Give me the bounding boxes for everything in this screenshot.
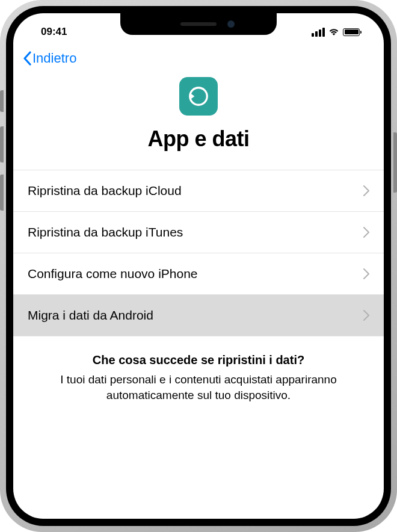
status-time: 09:41: [41, 26, 67, 37]
chevron-right-icon: [363, 310, 369, 321]
chevron-right-icon: [363, 185, 369, 196]
volume-down-button: [0, 175, 4, 211]
option-label: Ripristina da backup iTunes: [28, 225, 183, 240]
chevron-right-icon: [363, 268, 369, 279]
page-title: App e dati: [147, 126, 249, 152]
back-label: Indietro: [32, 51, 76, 66]
footer: Che cosa succede se ripristini i dati? I…: [13, 336, 384, 403]
option-setup-new[interactable]: Configura come nuovo iPhone: [13, 253, 384, 295]
option-label: Configura come nuovo iPhone: [28, 267, 198, 281]
option-migrate-android[interactable]: Migra i dati da Android: [13, 295, 384, 336]
notch: [120, 13, 277, 35]
options-list: Ripristina da backup iCloud Ripristina d…: [13, 170, 384, 336]
restore-icon: [179, 77, 218, 116]
option-restore-icloud[interactable]: Ripristina da backup iCloud: [13, 170, 384, 212]
mute-switch: [0, 90, 4, 112]
option-label: Ripristina da backup iCloud: [28, 184, 182, 198]
footer-title: Che cosa succede se ripristini i dati?: [35, 353, 362, 367]
option-restore-itunes[interactable]: Ripristina da backup iTunes: [13, 212, 384, 253]
svg-marker-1: [190, 93, 195, 99]
cellular-signal-icon: [312, 28, 325, 37]
wifi-icon: [328, 28, 339, 36]
power-button: [393, 132, 397, 193]
nav-bar: Indietro: [13, 42, 384, 70]
battery-icon: [343, 28, 360, 36]
screen: 09:41: [13, 13, 384, 519]
volume-up-button: [0, 126, 4, 162]
header: App e dati: [13, 70, 384, 170]
chevron-left-icon: [23, 51, 31, 66]
chevron-right-icon: [363, 227, 369, 238]
option-label: Migra i dati da Android: [28, 308, 153, 323]
back-button[interactable]: Indietro: [23, 51, 76, 66]
footer-body: I tuoi dati personali e i contenuti acqu…: [35, 372, 362, 403]
phone-frame: 09:41: [0, 0, 397, 532]
